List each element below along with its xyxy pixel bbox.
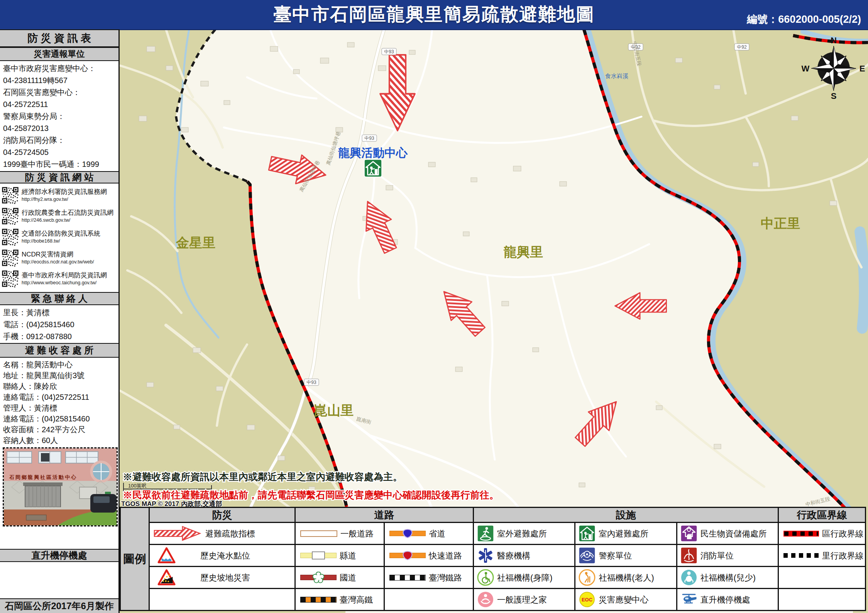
legend-item-fire: 消防單位 [677,545,778,566]
legend-col-roads: 道路 一般道路 省道 縣道 [296,508,474,610]
legend-item-nursing: 一般護理之家 [474,589,575,610]
legend-label: 避難疏散指標 [205,528,255,539]
shelter-line: 連絡電話：(04)25815460 [3,413,115,424]
legend-label: 一般道路 [340,528,374,539]
contacts-list: 里長：黃清標 電話：(04)25815460 手機：0912-087880 [0,305,118,343]
evacuation-map-poster: 中93 中93 中93 中92 中92 萬仙街仙塘坪巷 萬仙街仙塘坪巷 崑南街 … [0,0,868,613]
website-name: NCDR災害情資網 [22,250,94,259]
legend-label: 國道 [340,572,356,583]
legend-label: 災害應變中心 [599,594,648,605]
page-header: 臺中市石岡區龍興里簡易疏散避難地圖 編號：6602000-005(2/2) [0,0,868,30]
legend-item-empty [385,589,473,610]
road-badge: 中92 [737,44,747,50]
road-badge: 中93 [364,136,374,141]
shelter-line: 連絡電話：(04)25722511 [3,392,115,402]
legend-label: 社福機構(兒少) [700,572,756,583]
legend-label: 社福機構(身障) [497,572,552,583]
county-road-icon [300,553,337,558]
report-units-list: 臺中市政府災害應變中心： 04-23811119轉567 石岡區災害應變中心： … [0,61,118,171]
report-line: 04-23811119轉567 [3,75,115,87]
scale-label: 100英呎 [128,483,147,489]
compass-w: W [802,64,810,73]
eoc-icon [579,591,596,608]
legend-col-disaster: 防災 避難疏散指標 歷史淹水點位 歷史坡地災害 [150,508,296,610]
legend-item-expressway: 快速道路 [385,545,473,566]
police-icon [579,547,596,564]
outdoor-shelter-icon [477,525,494,542]
legend-item-railway: 臺灣鐵路 [385,567,473,588]
report-line: 警察局東勢分局： [3,110,115,122]
legend-label: 里行政界線 [822,550,864,561]
heliport-title: 直升機停機處 [0,549,118,562]
legend-label: 室外避難處所 [497,528,547,539]
contact-line: 里長：黃清標 [3,307,115,319]
legend-item-medical: 醫療機構 [474,545,575,566]
shelter-line: 容納人數：60人 [3,435,115,446]
hsr-icon [300,597,337,603]
heliport-icon [680,591,697,608]
report-line: 1999臺中市民一碼通：1999 [3,158,115,170]
legend-table: 圖例 防災 避難疏散指標 歷史淹水點位 歷史坡地災害 [120,507,866,611]
road-badge: 中93 [384,49,394,54]
village-label-kunshan: 崑山里 [314,403,354,418]
legend-item-supplies: 民生物資儲備處所 [677,523,778,544]
legend-label: 省道 [429,528,445,539]
railway-icon [389,575,426,581]
website-name: 交通部公路防救災資訊系統 [22,229,100,238]
shelter-line: 地址：龍興里萬仙街3號 [3,370,115,381]
legend-label: 一般護理之家 [497,594,547,605]
indoor-shelter-icon [579,525,596,542]
legend-label: 臺灣鐵路 [429,572,462,583]
website-item: 經濟部水利署防災資訊服務網 http://fhy2.wra.gov.tw/ [0,185,118,205]
legend-item-indoor-shelter: 室內避難處所 [575,523,677,544]
shelter-info-list: 名稱：龍興活動中心 地址：龍興里萬仙街3號 聯絡人：陳姈欣 連絡電話：(04)2… [0,358,118,445]
legend-header-facilities: 設施 [474,508,778,523]
website-item: 行政院農委會土石流防災資訊網 http://246.swcb.gov.tw/ [0,205,118,226]
legend-header-roads: 道路 [296,508,473,523]
legend-item-eoc: 災害應變中心 [575,589,677,610]
village-label-jinxing: 金星里 [176,235,215,250]
legend-header-disaster: 防災 [150,508,294,523]
shelter-photo: 石岡鄉龍興社區活動中心 [3,447,118,526]
compass-n: N [831,36,837,45]
legend-label: 社福機構(老人) [599,572,654,583]
national-road-icon [300,575,337,580]
village-label-longxing: 龍興里 [503,245,543,259]
legend-item-empty [779,589,865,610]
village-label-zhongzheng: 中正里 [761,216,800,231]
compass-e: E [860,64,865,73]
legend-label: 區行政界線 [822,528,864,539]
indoor-shelter-icon [364,160,382,177]
legend-title: 圖例 [121,508,150,610]
legend-item-disability: 社福機構(身障) [474,567,575,588]
photo-sign-text: 石岡鄉龍興社區活動中心 [9,474,77,480]
legend-header-boundaries: 行政區界線 [779,508,865,523]
report-line: 04-25872013 [3,122,115,134]
qr-code-icon [2,270,19,287]
website-url: http://bobe168.tw/ [22,238,100,244]
website-url: http://eocdss.ncdr.nat.gov.tw/web/ [22,259,94,265]
legend-item-district-boundary: 區行政界線 [779,523,865,544]
legend-label: 快速道路 [429,550,462,561]
legend-item-flood: 歷史淹水點位 [150,545,294,566]
fire-dept-icon [680,547,697,564]
general-road-icon [300,530,337,537]
disability-welfare-icon [477,569,494,586]
legend-item-slope: 歷史坡地災害 [150,567,294,588]
info-table-title: 防 災 資 訊 表 [0,29,118,47]
qr-code-icon [2,207,19,225]
shelter-title: 避 難 收 容 處 所 [0,343,118,358]
elderly-welfare-icon [579,569,596,586]
legend-label: 警察單位 [599,550,632,561]
evac-arrow-icon [153,525,202,542]
legend-col-facilities: 設施 室外避難處所 室內避難處所 民生物資儲備處所 [474,508,779,610]
website-item: 交通部公路防救災資訊系統 http://bobe168.tw/ [0,226,118,247]
legend-item-village-boundary: 里行政界線 [779,545,865,566]
doc-number: 編號：6602000-005(2/2) [747,12,861,26]
road-badge: 中93 [306,380,316,385]
qr-code-icon [2,187,19,204]
note-shelter-info: ※避難收容處所資訊以本里內或鄰近本里之室內避難收容處為主。 [123,471,403,482]
compass-s: S [831,91,837,101]
shelter-line: 收容面積：242平方公尺 [3,424,115,435]
legend-item-police: 警察單位 [575,545,677,566]
